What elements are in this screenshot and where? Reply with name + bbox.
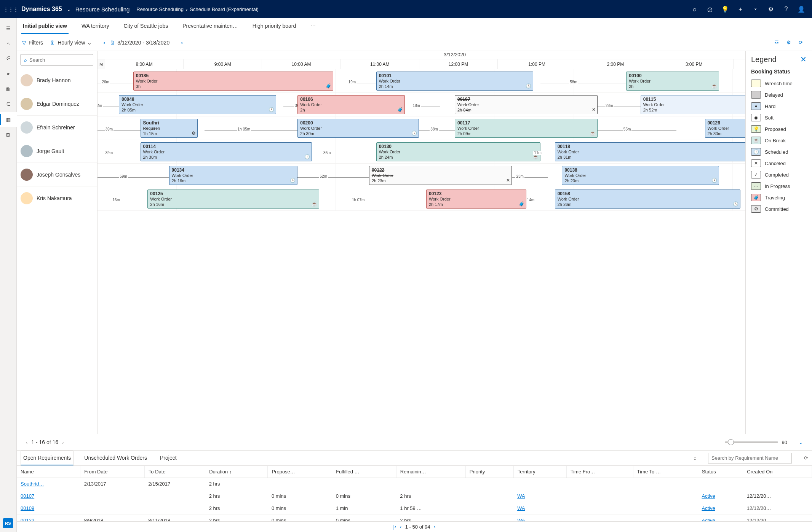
user-icon[interactable]: 👤 bbox=[794, 6, 809, 13]
area-name: Resource Scheduling bbox=[75, 6, 130, 13]
help-icon[interactable]: ? bbox=[778, 6, 794, 13]
search-icon[interactable]: ⌕ bbox=[687, 6, 702, 13]
gear-icon[interactable]: ⚙ bbox=[763, 6, 778, 13]
chevron-down-icon[interactable]: ⌄ bbox=[67, 6, 71, 12]
breadcrumb-1[interactable]: Resource Scheduling bbox=[136, 6, 184, 12]
task-icon[interactable]: ◶ bbox=[702, 6, 718, 13]
chevron-right-icon: › bbox=[186, 6, 187, 12]
breadcrumb: Resource Scheduling › Schedule Board (Ex… bbox=[136, 6, 259, 12]
add-icon[interactable]: ＋ bbox=[733, 5, 748, 13]
breadcrumb-2[interactable]: Schedule Board (Experimental) bbox=[190, 6, 259, 12]
bulb-icon[interactable]: 💡 bbox=[718, 6, 733, 13]
topbar: ⋮⋮⋮ Dynamics 365 ⌄ Resource Scheduling R… bbox=[0, 0, 812, 18]
filter-icon[interactable]: ⫧ bbox=[748, 6, 763, 13]
app-name[interactable]: Dynamics 365 bbox=[21, 6, 62, 13]
app-launcher-icon[interactable]: ⋮⋮⋮ bbox=[3, 6, 18, 12]
